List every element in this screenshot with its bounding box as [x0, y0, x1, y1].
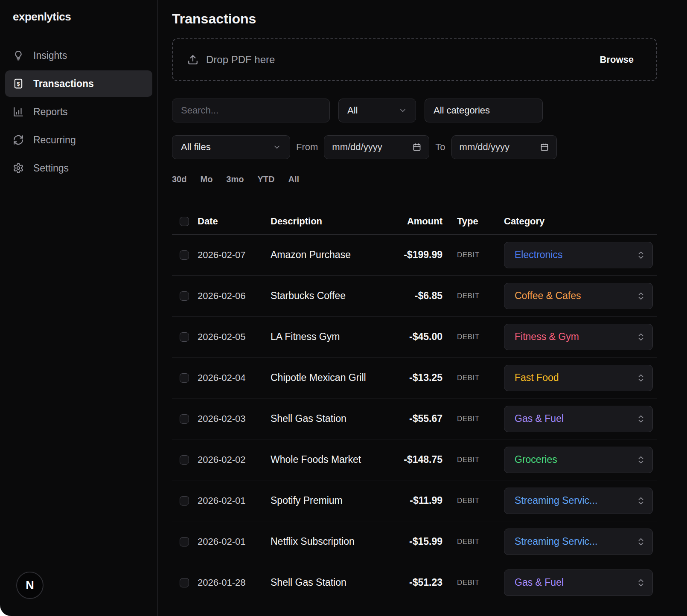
col-header-description: Description — [267, 216, 397, 227]
sidebar-nav: Insights $ Transactions Reports Recurrin… — [0, 42, 157, 181]
cell-amount: -$45.00 — [397, 331, 442, 343]
range-ytd[interactable]: YTD — [257, 174, 274, 184]
row-checkbox[interactable] — [180, 537, 189, 546]
cell-date: 2026-02-03 — [194, 413, 267, 424]
cell-description: Shell Gas Station — [267, 413, 397, 424]
table-row: 2026-02-06 Starbucks Coffee -$6.85 DEBIT… — [172, 276, 657, 317]
category-select[interactable]: Fast Food — [504, 365, 653, 391]
table-header: Date Description Amount Type Category — [172, 208, 657, 235]
category-select[interactable]: Gas & Fuel — [504, 406, 653, 432]
cell-type: DEBIT — [442, 251, 504, 259]
category-select[interactable]: Electronics — [504, 242, 653, 268]
category-label: Gas & Fuel — [515, 577, 564, 588]
cell-type: DEBIT — [442, 333, 504, 341]
cell-amount: -$55.67 — [397, 413, 442, 424]
cell-type: DEBIT — [442, 415, 504, 423]
chevrons-up-down-icon — [636, 291, 646, 301]
date-to-input[interactable]: mm/dd/yyyy — [451, 135, 557, 159]
file-filter-select[interactable]: All files — [172, 135, 290, 159]
bar-chart-icon — [13, 106, 24, 117]
date-to-value: mm/dd/yyyy — [460, 142, 509, 153]
pdf-dropzone[interactable]: Drop PDF here Browse — [172, 38, 657, 81]
cell-description: Amazon Purchase — [267, 249, 397, 261]
cell-amount: -$51.23 — [397, 577, 442, 588]
table-row: 2026-02-03 Shell Gas Station -$55.67 DEB… — [172, 398, 657, 439]
category-select[interactable]: Coffee & Cafes — [504, 283, 653, 309]
sidebar-item-reports[interactable]: Reports — [5, 99, 152, 125]
sidebar-item-insights[interactable]: Insights — [5, 42, 152, 69]
chevron-down-icon — [399, 106, 407, 115]
table-row: 2026-01-28 Shell Gas Station -$51.23 DEB… — [172, 562, 657, 603]
table-row: 2026-02-07 Amazon Purchase -$199.99 DEBI… — [172, 235, 657, 276]
cell-date: 2026-02-04 — [194, 372, 267, 384]
row-checkbox[interactable] — [180, 250, 189, 260]
row-checkbox[interactable] — [180, 578, 189, 587]
main-content: Transactions Drop PDF here Browse All Al… — [158, 0, 687, 616]
category-label: Fitness & Gym — [515, 331, 579, 343]
date-from-value: mm/dd/yyyy — [332, 142, 382, 153]
chevrons-up-down-icon — [636, 250, 646, 260]
gear-icon — [13, 163, 24, 174]
category-select[interactable]: Streaming Servic... — [504, 529, 653, 555]
cell-type: DEBIT — [442, 497, 504, 505]
cell-description: Whole Foods Market — [267, 454, 397, 465]
category-filter-value: All categories — [434, 105, 490, 116]
cell-description: Netflix Subscription — [267, 536, 397, 547]
chevrons-up-down-icon — [636, 414, 646, 424]
svg-text:$: $ — [17, 81, 20, 87]
range-mo[interactable]: Mo — [200, 174, 213, 184]
category-select[interactable]: Fitness & Gym — [504, 324, 653, 350]
row-checkbox[interactable] — [180, 291, 189, 301]
type-filter-value: All — [347, 105, 358, 116]
range-all[interactable]: All — [288, 174, 299, 184]
col-header-date: Date — [194, 216, 267, 227]
row-checkbox[interactable] — [180, 414, 189, 424]
cell-amount: -$13.25 — [397, 372, 442, 384]
calendar-icon — [413, 143, 421, 151]
sidebar-item-label: Reports — [33, 106, 68, 118]
category-label: Gas & Fuel — [515, 413, 564, 424]
cell-type: DEBIT — [442, 578, 504, 587]
search-input[interactable] — [172, 99, 330, 122]
category-select[interactable]: Streaming Servic... — [504, 488, 653, 514]
cell-type: DEBIT — [442, 538, 504, 546]
row-checkbox[interactable] — [180, 332, 189, 342]
cell-date: 2026-02-02 — [194, 454, 267, 465]
row-checkbox[interactable] — [180, 455, 189, 465]
browse-button[interactable]: Browse — [600, 54, 634, 65]
sidebar-item-recurring[interactable]: Recurring — [5, 127, 152, 153]
category-label: Streaming Servic... — [515, 536, 597, 547]
chevron-down-icon — [273, 143, 281, 151]
cell-amount: -$11.99 — [397, 495, 442, 506]
cell-description: Spotify Premium — [267, 495, 397, 506]
sidebar-item-label: Transactions — [33, 78, 94, 90]
cell-amount: -$199.99 — [397, 249, 442, 261]
from-label: From — [296, 142, 318, 153]
select-all-checkbox[interactable] — [180, 217, 189, 226]
cell-date: 2026-01-28 — [194, 577, 267, 588]
range-30d[interactable]: 30d — [172, 174, 186, 184]
category-select[interactable]: Groceries — [504, 447, 653, 473]
cell-amount: -$15.99 — [397, 536, 442, 547]
cell-description: Chipotle Mexican Grill — [267, 372, 397, 384]
sidebar-item-settings[interactable]: Settings — [5, 155, 152, 181]
category-filter-select[interactable]: All categories — [425, 99, 543, 122]
transactions-table: Date Description Amount Type Category 20… — [172, 208, 657, 603]
sidebar-item-label: Recurring — [33, 134, 76, 146]
chevrons-up-down-icon — [636, 455, 646, 465]
row-checkbox[interactable] — [180, 373, 189, 383]
filter-row-primary: All All categories — [172, 99, 657, 122]
sidebar-item-transactions[interactable]: $ Transactions — [5, 70, 152, 97]
row-checkbox[interactable] — [180, 496, 189, 506]
cell-date: 2026-02-01 — [194, 495, 267, 506]
avatar-letter: N — [26, 579, 34, 592]
type-filter-select[interactable]: All — [338, 99, 416, 122]
avatar[interactable]: N — [16, 572, 44, 599]
cell-type: DEBIT — [442, 456, 504, 464]
category-select[interactable]: Gas & Fuel — [504, 570, 653, 596]
range-3mo[interactable]: 3mo — [226, 174, 244, 184]
date-from-input[interactable]: mm/dd/yyyy — [324, 135, 429, 159]
cell-amount: -$148.75 — [397, 454, 442, 465]
refresh-icon — [13, 134, 24, 145]
category-label: Groceries — [515, 454, 557, 465]
